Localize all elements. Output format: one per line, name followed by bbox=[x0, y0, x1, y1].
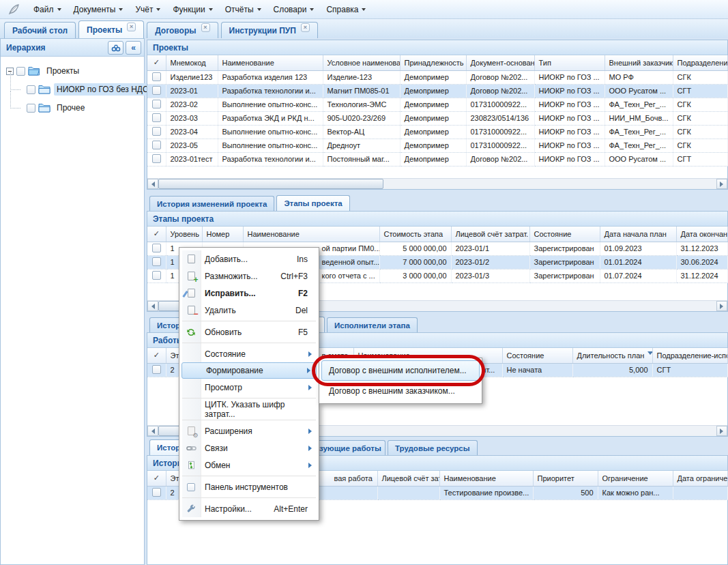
column-header[interactable]: Дата окончани bbox=[676, 227, 727, 242]
menu-dictionaries[interactable]: Словари bbox=[267, 2, 321, 17]
column-header[interactable]: Принадлежность bbox=[400, 55, 466, 70]
context-menu-item-view[interactable]: Просмотр bbox=[181, 379, 317, 396]
column-header[interactable]: Внешний заказчик bbox=[605, 55, 673, 70]
context-menu-item-citk[interactable]: ЦИТК. Указать шифр затрат... bbox=[181, 401, 317, 418]
menu-reports[interactable]: Отчёты bbox=[219, 2, 267, 17]
tab-contracts[interactable]: Договоры bbox=[147, 22, 218, 38]
context-menu-item-settings[interactable]: Настройки... Alt+Enter bbox=[181, 500, 317, 517]
row-checkbox[interactable] bbox=[152, 141, 161, 149]
column-header[interactable]: Подразделение bbox=[673, 55, 727, 70]
context-menu-item-duplicate[interactable]: Размножить... Ctrl+F3 bbox=[181, 267, 317, 285]
search-binoculars-icon[interactable] bbox=[108, 41, 123, 55]
close-tab-icon[interactable] bbox=[301, 23, 310, 32]
row-checkbox[interactable] bbox=[152, 257, 161, 266]
row-checkbox[interactable] bbox=[152, 365, 161, 374]
table-row[interactable]: 2023-01тестРазработка технологии и...Пос… bbox=[147, 152, 727, 166]
column-header[interactable]: Дата ограничени bbox=[673, 471, 727, 486]
tree-node-niokr[interactable]: НИОКР по ГОЗ без НДС bbox=[6, 82, 141, 97]
column-header[interactable]: Лицевой счёт затр bbox=[377, 471, 439, 486]
table-row-selected[interactable]: 2023-01Разработка технологии и...Магнит … bbox=[147, 84, 727, 98]
context-menu-item-edit[interactable]: Исправить... F2 bbox=[181, 285, 317, 302]
column-header[interactable]: Номер bbox=[202, 227, 243, 242]
column-header[interactable]: Приоритет bbox=[533, 471, 598, 486]
tab-stage-executors[interactable]: Исполнители этапа bbox=[327, 317, 418, 332]
column-header[interactable]: Условное наименова bbox=[323, 55, 400, 70]
tab-project-stages[interactable]: Этапы проекта bbox=[276, 195, 349, 211]
tree-checkbox[interactable] bbox=[27, 85, 35, 94]
context-menu-item-state[interactable]: Состояние bbox=[181, 345, 317, 362]
context-menu-item-delete[interactable]: Удалить Del bbox=[181, 302, 317, 319]
context-menu-item-add[interactable]: Добавить... Ins bbox=[181, 250, 317, 267]
row-checkbox[interactable] bbox=[152, 86, 161, 95]
close-tab-icon[interactable] bbox=[127, 23, 136, 31]
row-checkbox[interactable] bbox=[152, 271, 161, 280]
row-checkbox[interactable] bbox=[152, 154, 161, 163]
column-header[interactable]: Наименование bbox=[243, 227, 379, 242]
tree-node-label[interactable]: Прочее bbox=[54, 102, 87, 114]
select-all-header[interactable]: ✓ bbox=[147, 227, 166, 242]
tree-node-label[interactable]: Проекты bbox=[44, 65, 82, 77]
table-row[interactable]: Изделие123Разработка изделия 123Изделие-… bbox=[147, 70, 727, 84]
menu-file[interactable]: Файл bbox=[27, 2, 68, 17]
scroll-left-icon[interactable] bbox=[147, 301, 158, 311]
menu-documents[interactable]: Документы bbox=[68, 2, 130, 17]
column-header[interactable]: Наименование bbox=[218, 55, 323, 70]
select-all-header[interactable]: ✓ bbox=[147, 348, 166, 363]
horizontal-scrollbar[interactable] bbox=[147, 178, 727, 189]
tree-checkbox[interactable] bbox=[27, 104, 35, 113]
column-header[interactable]: Дата начала план bbox=[600, 227, 676, 242]
scroll-left-icon[interactable] bbox=[147, 426, 158, 436]
scroll-left-icon[interactable] bbox=[147, 179, 158, 189]
context-menu-item-extensions[interactable]: Расширения bbox=[181, 422, 317, 439]
column-header[interactable]: Лицевой счёт затрат. bbox=[451, 227, 529, 242]
application-window: Файл Документы Учёт Функции Отчёты Слова… bbox=[0, 0, 728, 565]
tree-node-label[interactable]: НИОКР по ГОЗ без НДС bbox=[54, 83, 151, 96]
menu-accounting[interactable]: Учёт bbox=[129, 2, 166, 17]
select-all-header[interactable]: ✓ bbox=[147, 55, 166, 70]
row-checkbox[interactable] bbox=[152, 127, 161, 136]
scrollbar-thumb[interactable] bbox=[158, 179, 383, 189]
scroll-right-icon[interactable] bbox=[716, 301, 727, 311]
table-row[interactable]: 2023-04Выполнение опытно-конс...Вектор-А… bbox=[147, 125, 727, 139]
column-header[interactable]: Уровень bbox=[166, 227, 202, 242]
context-menu-item-refresh[interactable]: Обновить F5 bbox=[181, 323, 317, 341]
menu-help[interactable]: Справка bbox=[320, 2, 372, 17]
row-checkbox[interactable] bbox=[152, 72, 161, 81]
tab-projects[interactable]: Проекты bbox=[78, 20, 144, 38]
context-menu-item-links[interactable]: Связи bbox=[181, 439, 317, 457]
context-menu-item-formation[interactable]: Формирование bbox=[181, 362, 317, 379]
column-header[interactable]: Мнемокод bbox=[166, 55, 218, 70]
row-checkbox[interactable] bbox=[152, 244, 161, 252]
column-header[interactable]: Стоимость этапа bbox=[379, 227, 451, 242]
menu-functions[interactable]: Функции bbox=[166, 2, 218, 17]
tree-node-other[interactable]: Прочее bbox=[6, 100, 141, 115]
column-header[interactable]: Документ-основан bbox=[466, 55, 534, 70]
row-checkbox[interactable] bbox=[152, 488, 161, 497]
submenu-item-external-customer[interactable]: Договор с внешним заказчиком... bbox=[321, 381, 480, 401]
tab-labor-resources[interactable]: Трудовые ресурсы bbox=[388, 440, 478, 455]
table-row[interactable]: 2023-05Выполнение опытно-конс...Дредноут… bbox=[147, 139, 727, 152]
scroll-right-icon[interactable] bbox=[716, 426, 727, 436]
column-header[interactable]: Состояние bbox=[529, 227, 600, 242]
row-checkbox[interactable] bbox=[152, 100, 161, 108]
tab-project-history[interactable]: История изменений проекта bbox=[149, 196, 274, 211]
column-header[interactable]: Наименование bbox=[439, 471, 533, 486]
column-header[interactable]: Состояние bbox=[502, 348, 572, 363]
column-header[interactable]: Подразделение-испо bbox=[652, 348, 727, 363]
column-header-sorted[interactable]: Длительность план bbox=[572, 348, 652, 363]
table-row[interactable]: 2023-03Разработка ЭКД и РКД н...905-U020… bbox=[147, 111, 727, 125]
column-header[interactable]: Ограничение bbox=[598, 471, 673, 486]
context-menu-item-exchange[interactable]: Обмен bbox=[181, 457, 317, 474]
table-row[interactable]: 2023-02Выполнение опытно-конс...Технолог… bbox=[147, 98, 727, 111]
submenu-item-external-contractor[interactable]: Договор с внешним исполнителем... bbox=[321, 360, 480, 381]
context-menu-item-toolbar[interactable]: Панель инструментов bbox=[181, 478, 317, 495]
column-header[interactable]: Тип bbox=[534, 55, 605, 70]
row-checkbox[interactable] bbox=[152, 113, 161, 122]
tab-desktop[interactable]: Рабочий стол bbox=[4, 22, 76, 38]
tree-node-projects[interactable]: Проекты bbox=[6, 63, 141, 78]
select-all-header[interactable]: ✓ bbox=[147, 471, 166, 486]
tab-instructions[interactable]: Инструкции ПУП bbox=[221, 22, 318, 38]
close-tab-icon[interactable] bbox=[201, 23, 210, 32]
scroll-right-icon[interactable] bbox=[716, 179, 727, 189]
collapse-panel-icon[interactable]: « bbox=[126, 41, 141, 55]
